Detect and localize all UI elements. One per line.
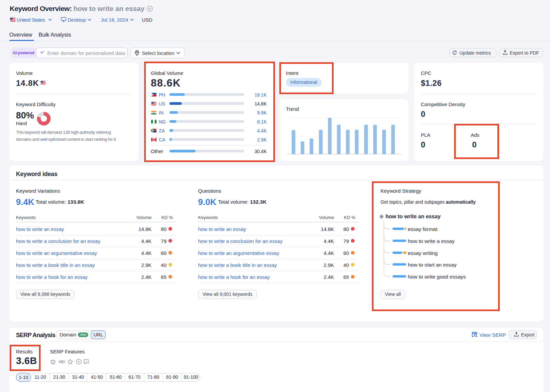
svg-text:?: ? <box>86 360 87 363</box>
